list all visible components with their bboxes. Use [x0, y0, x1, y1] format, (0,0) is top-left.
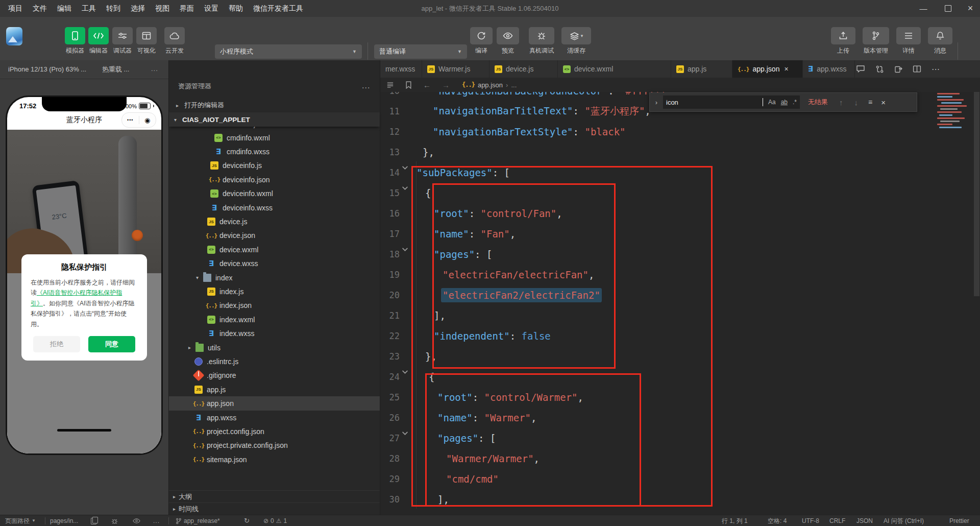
miniapp-capsule[interactable]: ••• ◉	[121, 112, 156, 128]
simulator-more-button[interactable]: ...	[151, 60, 158, 78]
tab-device.wxml[interactable]: <>device.wxml	[558, 60, 671, 78]
outline-list-icon[interactable]	[386, 81, 394, 89]
breadcrumb-file[interactable]: app.json	[478, 81, 503, 89]
menu-item-9[interactable]: 帮助	[224, 0, 248, 17]
timeline-section[interactable]: ▸ 时间线	[169, 503, 380, 515]
tree-item-.gitignore[interactable]: .gitignore	[169, 369, 380, 382]
tree-item-sitemap.json[interactable]: {..}sitemap.json	[169, 452, 380, 466]
tool-button-模拟器[interactable]: 模拟器	[65, 27, 85, 55]
editor-scrollbar[interactable]	[974, 92, 979, 296]
open-editors-section[interactable]: ▸ 打开的编辑器	[169, 98, 380, 112]
action-button-编译[interactable]: 编译	[470, 27, 493, 55]
compare-icon[interactable]	[875, 65, 884, 74]
tool-button-可视化[interactable]: 可视化	[136, 27, 157, 55]
tree-item-cmdinfo.wxml[interactable]: <>cmdinfo.wxml	[169, 131, 380, 145]
fold-chevron-icon[interactable]	[402, 186, 408, 190]
agree-button[interactable]: 同意	[88, 336, 135, 352]
find-input[interactable]: icon Aa ab .*	[663, 95, 800, 109]
action-button-真机调试[interactable]: 真机调试	[529, 27, 554, 55]
menu-item-1[interactable]: 文件	[28, 0, 52, 17]
explorer-more-button[interactable]: ...	[362, 79, 370, 93]
statusbar-item-0[interactable]: 行 1, 列 1	[722, 515, 748, 526]
reject-button[interactable]: 拒绝	[33, 336, 80, 352]
tree-item-index.wxss[interactable]: ∃index.wxss	[169, 326, 380, 340]
tree-item-deviceinfo.wxss[interactable]: ∃deviceinfo.wxss	[169, 201, 380, 214]
tab-Warmer.js[interactable]: JSWarmer.js	[422, 60, 489, 78]
tab-app.js[interactable]: JSapp.js	[671, 60, 732, 78]
statusbar-more-button[interactable]: ...	[153, 515, 160, 526]
find-in-selection-icon[interactable]: ≡	[868, 98, 872, 106]
fold-chevron-icon[interactable]	[402, 247, 408, 252]
action-button-版本管理[interactable]: 版本管理	[863, 27, 889, 55]
tab-device.js[interactable]: JSdevice.js	[489, 60, 558, 78]
comment-icon[interactable]	[856, 65, 865, 73]
tree-item-device.json[interactable]: {..}device.json	[169, 229, 380, 243]
action-button-上传[interactable]: 上传	[831, 27, 855, 55]
nav-back-icon[interactable]: ←	[423, 81, 431, 89]
tree-item-device.wxml[interactable]: <>device.wxml	[169, 243, 380, 256]
statusbar-item-1[interactable]: 空格: 4	[768, 515, 787, 526]
tree-item-deviceinfo.wxml[interactable]: <>deviceinfo.wxml	[169, 187, 380, 201]
hot-reload-toggle[interactable]: 热重载 ...	[102, 60, 129, 79]
capsule-more-icon[interactable]: •••	[122, 117, 139, 123]
outline-section[interactable]: ▸ 大纲	[169, 490, 380, 503]
menu-item-8[interactable]: 设置	[199, 0, 224, 17]
tree-item-project.config.json[interactable]: {..}project.config.json	[169, 424, 380, 438]
menu-item-10[interactable]: 微信开发者工具	[248, 0, 308, 17]
page-path-button[interactable]: 页面路径 ▼	[5, 515, 36, 526]
maximize-button[interactable]	[938, 0, 958, 17]
project-avatar[interactable]	[6, 27, 22, 45]
tree-item-.eslintrc.js[interactable]: .eslintrc.js	[169, 354, 380, 368]
tool-button-编辑器[interactable]: 编辑器	[88, 27, 109, 55]
statusbar-item-2[interactable]: UTF-8	[802, 515, 819, 526]
tree-item-app.wxss[interactable]: ∃app.wxss	[169, 411, 380, 424]
action-button-清缓存[interactable]: ▾清缓存	[561, 27, 591, 55]
tool-button-云开发[interactable]: 云开发	[164, 27, 185, 55]
nav-forward-icon[interactable]: →	[442, 81, 450, 89]
tree-item-cmdinfo.wxss[interactable]: ∃cmdinfo.wxss	[169, 145, 380, 158]
action-button-消息[interactable]: 消息	[928, 27, 952, 55]
fold-chevron-icon[interactable]	[402, 370, 408, 374]
preview-eye-icon[interactable]	[133, 515, 140, 526]
tree-item-deviceinfo.js[interactable]: JSdeviceinfo.js	[169, 159, 380, 173]
fold-chevron-icon[interactable]	[402, 431, 408, 436]
find-expand-chevron-icon[interactable]: ›	[650, 99, 663, 106]
mode-select[interactable]: 小程序模式 ▼	[215, 44, 362, 59]
tree-item-device.wxss[interactable]: ∃device.wxss	[169, 257, 380, 271]
tree-item-deviceinfo.json[interactable]: {..}deviceinfo.json	[169, 173, 380, 186]
debug-icon[interactable]	[111, 515, 118, 526]
problems-button[interactable]: ⊘ 0 ⚠ 1	[263, 515, 287, 526]
menu-item-3[interactable]: 工具	[77, 0, 101, 17]
tree-item-utils[interactable]: ▸utils	[169, 341, 380, 354]
capsule-close-icon[interactable]: ◉	[139, 116, 156, 124]
device-selector[interactable]: iPhone 12/13 (Pro) 63% ...	[8, 60, 86, 79]
menu-item-2[interactable]: 编辑	[52, 0, 77, 17]
fold-chevron-icon[interactable]	[402, 165, 408, 170]
copy-path-icon[interactable]	[91, 515, 96, 526]
tree-item-index.js[interactable]: JSindex.js	[169, 284, 380, 298]
tab-app.json[interactable]: {..}app.json×	[732, 60, 803, 78]
tab-mer.wxss[interactable]: mer.wxss	[380, 60, 422, 78]
tree-item-app.json[interactable]: {..}app.json	[169, 396, 380, 410]
whole-word-toggle[interactable]: ab	[781, 99, 788, 106]
open-side-icon[interactable]	[894, 65, 902, 74]
code-editor[interactable]: 10"navigationBarBackgroundColor": "#ffff…	[380, 92, 980, 515]
menu-item-0[interactable]: 项目	[3, 0, 28, 17]
regex-toggle[interactable]: .*	[793, 99, 797, 106]
close-icon[interactable]: ×	[784, 65, 788, 73]
tree-item-device.js[interactable]: JSdevice.js	[169, 214, 380, 228]
breadcrumb-more[interactable]: ...	[511, 81, 517, 89]
menu-item-5[interactable]: 选择	[126, 0, 150, 17]
menu-item-4[interactable]: 转到	[101, 0, 126, 17]
tree-item-index[interactable]: ▾index	[169, 271, 380, 284]
compile-mode-select[interactable]: 普通编译 ▼	[374, 44, 467, 59]
tree-item-index.json[interactable]: {..}index.json	[169, 299, 380, 313]
minimize-button[interactable]: —	[913, 0, 934, 17]
tool-button-调试器[interactable]: 调试器	[112, 27, 133, 55]
tab-app.wxss[interactable]: ∃app.wxss	[803, 60, 855, 78]
more-actions-icon[interactable]: ⋯	[932, 64, 940, 74]
statusbar-item-5[interactable]: AI 问答 (Ctrl+I)	[884, 515, 924, 526]
statusbar-item-4[interactable]: JSON	[856, 515, 873, 526]
match-case-toggle[interactable]: Aa	[768, 99, 776, 106]
menu-item-7[interactable]: 界面	[175, 0, 199, 17]
